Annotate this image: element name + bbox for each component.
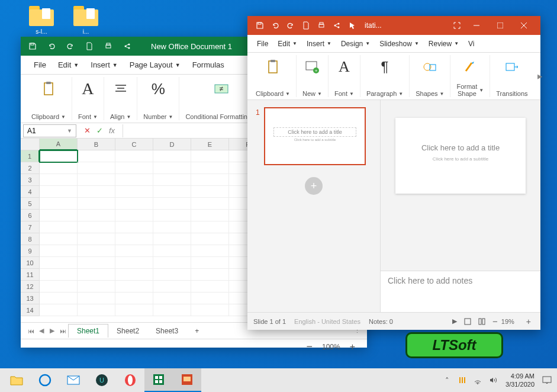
ribbon-shapes[interactable]: Shapes▼ <box>410 55 450 97</box>
grid-cell[interactable] <box>115 233 153 245</box>
action-center-icon[interactable] <box>540 374 553 387</box>
grid-cell[interactable] <box>115 221 153 233</box>
outline-view-icon[interactable] <box>478 318 485 325</box>
sheet-tab-3[interactable]: Sheet3 <box>147 324 186 338</box>
undo-icon[interactable] <box>44 39 59 53</box>
redo-icon[interactable] <box>283 18 298 33</box>
taskbar-clock[interactable]: 4:09 AM 3/31/2020 <box>501 372 539 389</box>
ribbon-clipboard[interactable]: Clipboard▼ <box>250 55 297 97</box>
grid-cell[interactable] <box>191 150 229 162</box>
ribbon-new[interactable]: + New▼ <box>297 55 329 97</box>
fx-icon[interactable]: fx <box>109 126 115 135</box>
grid-cell[interactable] <box>78 198 115 210</box>
presentation-titlebar[interactable]: itati... <box>247 16 540 35</box>
grid-cell[interactable] <box>40 221 78 233</box>
close-button[interactable] <box>512 16 536 35</box>
canvas-title-placeholder[interactable]: Click here to add a title <box>405 142 516 154</box>
column-header[interactable]: B <box>78 139 115 150</box>
grid-cell[interactable] <box>191 198 229 210</box>
zoom-in-button[interactable]: + <box>350 342 355 352</box>
notes-pane[interactable]: Click here to add notes <box>381 271 540 312</box>
menu-view[interactable]: Vi <box>463 37 479 51</box>
ribbon-font[interactable]: A Font▼ <box>329 55 360 97</box>
grid-cell[interactable] <box>191 304 229 316</box>
fullscreen-icon[interactable] <box>449 18 465 33</box>
ribbon-clipboard[interactable]: Clipboard▼ <box>25 77 72 120</box>
column-header[interactable]: C <box>115 139 153 150</box>
grid-cell[interactable] <box>153 269 191 281</box>
sheet-nav-last[interactable]: ⏭ <box>57 327 68 335</box>
menu-edit[interactable]: Edit▼ <box>52 57 85 73</box>
grid-cell[interactable] <box>78 304 115 316</box>
grid-cell[interactable] <box>153 210 191 221</box>
maximize-button[interactable] <box>488 16 512 35</box>
grid-cell[interactable] <box>115 198 153 210</box>
grid-cell[interactable] <box>115 257 153 269</box>
grid-cell[interactable] <box>40 233 78 245</box>
menu-file[interactable]: File <box>252 37 273 51</box>
sheet-nav-first[interactable]: ⏮ <box>25 327 36 335</box>
grid-cell[interactable] <box>115 150 153 162</box>
grid-cell[interactable] <box>40 245 78 257</box>
grid-cell[interactable] <box>78 150 115 162</box>
edge-browser-icon[interactable] <box>31 368 59 392</box>
ribbon-number[interactable]: % Number▼ <box>137 77 179 120</box>
tray-network-icon[interactable] <box>471 374 484 387</box>
slide-canvas[interactable]: Click here to add a title Click here to … <box>395 118 526 194</box>
tray-volume-icon[interactable] <box>487 374 500 387</box>
grid-cell[interactable] <box>153 245 191 257</box>
add-slide-button[interactable]: + <box>305 177 323 195</box>
grid-cell[interactable] <box>153 186 191 198</box>
canvas-subtitle-placeholder[interactable]: Click here to add a subtitle <box>395 156 526 162</box>
ribbon-font[interactable]: A Font▼ <box>72 77 104 120</box>
grid-cell[interactable] <box>153 304 191 316</box>
row-header[interactable]: 13 <box>21 293 40 304</box>
grid-cell[interactable] <box>115 281 153 293</box>
desktop-folder-2[interactable]: i... <box>68 6 104 35</box>
row-header[interactable]: 5 <box>21 198 40 210</box>
row-header[interactable]: 4 <box>21 186 40 198</box>
mail-icon[interactable] <box>59 368 88 392</box>
grid-cell[interactable] <box>153 198 191 210</box>
row-header[interactable]: 3 <box>21 174 40 186</box>
grid-cell[interactable] <box>78 269 115 281</box>
column-header[interactable]: A <box>40 139 78 150</box>
share-icon[interactable] <box>120 39 134 53</box>
grid-cell[interactable] <box>153 281 191 293</box>
zoom-level[interactable]: 100% <box>322 343 340 351</box>
grid-cell[interactable] <box>153 293 191 304</box>
row-header[interactable]: 12 <box>21 281 40 293</box>
opera-icon[interactable] <box>116 368 144 392</box>
ribbon-transitions[interactable]: Transitions <box>490 55 533 97</box>
grid-cell[interactable] <box>115 293 153 304</box>
grid-cell[interactable] <box>191 210 229 221</box>
grid-cell[interactable] <box>153 150 191 162</box>
redo-icon[interactable] <box>63 39 78 53</box>
minimize-button[interactable] <box>465 16 488 35</box>
row-header[interactable]: 7 <box>21 221 40 233</box>
new-doc-icon[interactable] <box>298 18 314 33</box>
grid-cell[interactable] <box>78 174 115 186</box>
slide-thumbnail-1[interactable]: 1 Click here to add a title Click here t… <box>264 107 366 165</box>
grid-cell[interactable] <box>40 257 78 269</box>
grid-cell[interactable] <box>191 245 229 257</box>
grid-cell[interactable] <box>153 233 191 245</box>
row-header[interactable]: 11 <box>21 269 40 281</box>
tray-app-icon[interactable] <box>456 374 469 387</box>
menu-file[interactable]: File <box>28 57 52 73</box>
row-header[interactable]: 14 <box>21 304 40 316</box>
grid-cell[interactable] <box>191 269 229 281</box>
grid-cell[interactable] <box>40 281 78 293</box>
menu-insert[interactable]: Insert▼ <box>85 57 123 73</box>
play-slideshow-icon[interactable]: ▶ <box>452 317 457 325</box>
zoom-out-button[interactable]: − <box>492 316 498 326</box>
grid-cell[interactable] <box>115 245 153 257</box>
grid-cell[interactable] <box>78 281 115 293</box>
grid-cell[interactable] <box>40 174 78 186</box>
print-icon[interactable] <box>314 18 329 33</box>
grid-cell[interactable] <box>191 174 229 186</box>
cell-reference[interactable]: A1▼ <box>23 124 76 137</box>
grid-cell[interactable] <box>153 162 191 174</box>
row-header[interactable]: 6 <box>21 210 40 221</box>
ribbon-align[interactable]: Align▼ <box>104 77 137 120</box>
